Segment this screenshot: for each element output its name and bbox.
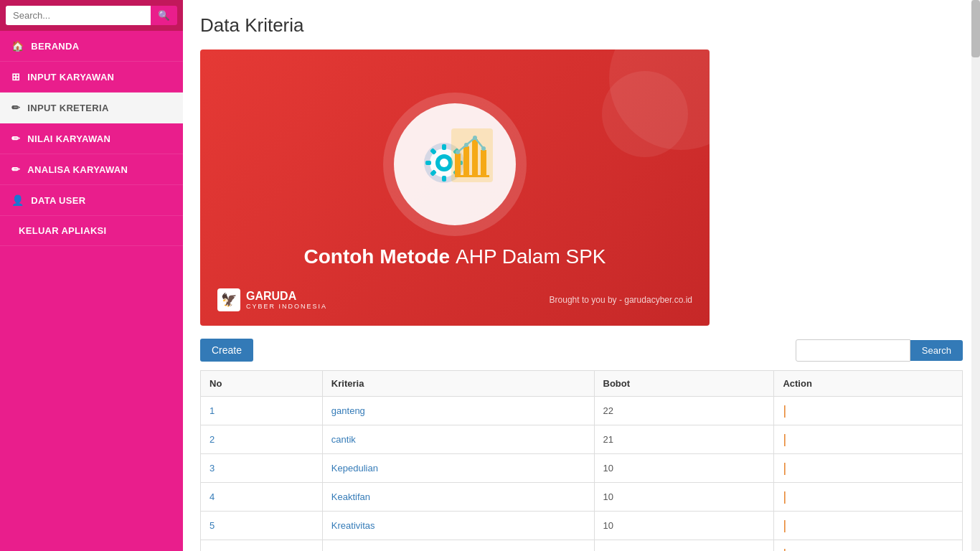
- svg-rect-4: [442, 144, 446, 150]
- svg-rect-5: [442, 176, 446, 182]
- row-no-link[interactable]: 1: [209, 405, 215, 416]
- sidebar-label-keluar: KELUAR APLIAKSI: [19, 225, 106, 236]
- table-row: 5 Kreativitas 10 |: [201, 512, 963, 540]
- svg-point-3: [440, 159, 448, 167]
- row-kriteria-link[interactable]: Keaktifan: [331, 491, 370, 502]
- row-kriteria-link[interactable]: Kepedulian: [331, 463, 378, 474]
- banner-logo-text: GARUDA CYBER INDONESIA: [246, 290, 327, 310]
- cell-bobot: 10: [594, 512, 774, 540]
- banner-icon: [415, 125, 494, 204]
- row-no-link[interactable]: 5: [209, 520, 215, 531]
- table-row: 2 cantik 21 |: [201, 425, 963, 454]
- row-kriteria-link[interactable]: cantik: [331, 434, 356, 445]
- sidebar-label-input-kreteria: INPUT KRETERIA: [27, 103, 108, 113]
- sidebar-label-data-user: DATA USER: [31, 195, 85, 206]
- action-icon[interactable]: |: [783, 518, 786, 532]
- action-icon[interactable]: |: [783, 547, 786, 551]
- sidebar-icon-data-user: 👤: [11, 194, 24, 206]
- cell-no: 4: [201, 483, 323, 512]
- banner-circle: [383, 93, 527, 236]
- main-content: Data Kriteria: [183, 0, 980, 551]
- sidebar-icon-beranda: 🏠: [11, 40, 24, 52]
- banner: Contoh Metode AHP Dalam SPK 🦅 GARUDA CYB…: [200, 50, 710, 326]
- cell-no: 5: [201, 512, 323, 540]
- table-row: 3 Kepedulian 10 |: [201, 454, 963, 483]
- cell-kriteria: Kepribadian: [322, 540, 594, 552]
- row-kriteria-link[interactable]: ganteng: [331, 405, 365, 416]
- svg-rect-6: [425, 161, 431, 165]
- action-icon[interactable]: |: [783, 432, 786, 446]
- banner-circle-inner: [394, 103, 516, 225]
- sidebar-search-container: 🔍: [0, 0, 183, 31]
- cell-bobot: 10: [594, 540, 774, 552]
- sidebar-icon-input-karyawan: ⊞: [11, 71, 20, 83]
- sidebar-icon-analisa-karyawan: ✏: [11, 164, 20, 175]
- sidebar-item-input-kreteria[interactable]: ✏INPUT KRETERIA: [0, 93, 183, 123]
- banner-logo: 🦅 GARUDA CYBER INDONESIA: [217, 288, 327, 311]
- cell-kriteria: ganteng: [322, 397, 594, 425]
- sidebar-item-beranda[interactable]: 🏠BERANDA: [0, 31, 183, 62]
- search-input[interactable]: [796, 339, 910, 362]
- sidebar-item-data-user[interactable]: 👤DATA USER: [0, 185, 183, 216]
- cell-bobot: 21: [594, 425, 774, 454]
- sidebar-search-button[interactable]: 🔍: [151, 6, 177, 25]
- row-no-link[interactable]: 4: [209, 491, 215, 502]
- cell-action: |: [774, 540, 963, 552]
- create-button[interactable]: Create: [200, 339, 253, 362]
- sidebar-label-beranda: BERANDA: [31, 41, 79, 52]
- search-area: Search: [796, 339, 963, 362]
- cell-kriteria: cantik: [322, 425, 594, 454]
- cell-bobot: 10: [594, 483, 774, 512]
- scrollbar-track[interactable]: [971, 0, 980, 551]
- col-header-no: No: [201, 371, 323, 397]
- col-header-bobot: Bobot: [594, 371, 774, 397]
- sidebar-search-input[interactable]: [6, 6, 151, 25]
- banner-text: Contoh Metode AHP Dalam SPK: [303, 245, 606, 268]
- sidebar-item-analisa-karyawan[interactable]: ✏ANALISA KARYAWAN: [0, 154, 183, 185]
- cell-kriteria: Keaktifan: [322, 483, 594, 512]
- action-icon[interactable]: |: [783, 461, 786, 475]
- toolbar: Create Search: [200, 339, 963, 362]
- cell-action: |: [774, 425, 963, 454]
- sidebar-label-nilai-karyawan: NILAI KARYAWAN: [27, 133, 110, 144]
- sidebar-item-keluar[interactable]: KELUAR APLIAKSI: [0, 216, 183, 246]
- cell-action: |: [774, 454, 963, 483]
- table-header-row: NoKriteriaBobotAction: [201, 371, 963, 397]
- table-row: 1 ganteng 22 |: [201, 397, 963, 425]
- row-no-link[interactable]: 2: [209, 434, 215, 445]
- sidebar-item-input-karyawan[interactable]: ⊞INPUT KARYAWAN: [0, 62, 183, 93]
- cell-kriteria: Kepedulian: [322, 454, 594, 483]
- cell-action: |: [774, 512, 963, 540]
- row-kriteria-link[interactable]: Kreativitas: [331, 520, 375, 531]
- table-row: 6 Kepribadian 10 |: [201, 540, 963, 552]
- cell-no: 1: [201, 397, 323, 425]
- sidebar: 🔍 🏠BERANDA⊞INPUT KARYAWAN✏INPUT KRETERIA…: [0, 0, 183, 551]
- action-icon[interactable]: |: [783, 403, 786, 418]
- row-no-link[interactable]: 3: [209, 463, 215, 474]
- banner-text-light: AHP Dalam SPK: [456, 245, 606, 268]
- banner-footer: 🦅 GARUDA CYBER INDONESIA Brought to you …: [200, 288, 710, 311]
- scrollbar-thumb[interactable]: [971, 0, 980, 57]
- cell-action: |: [774, 397, 963, 425]
- data-table: NoKriteriaBobotAction 1 ganteng 22 | 2 c…: [200, 370, 963, 551]
- search-button[interactable]: Search: [910, 340, 963, 361]
- sidebar-label-analisa-karyawan: ANALISA KARYAWAN: [27, 164, 128, 175]
- svg-rect-21: [451, 128, 493, 182]
- sidebar-icon-nilai-karyawan: ✏: [11, 133, 20, 144]
- table-body: 1 ganteng 22 | 2 cantik 21 | 3 Kepedulia…: [201, 397, 963, 552]
- cell-bobot: 22: [594, 397, 774, 425]
- sidebar-icon-input-kreteria: ✏: [11, 102, 20, 113]
- page-title: Data Kriteria: [200, 14, 963, 37]
- banner-attribution: Brought to you by - garudacyber.co.id: [550, 295, 692, 305]
- cell-bobot: 10: [594, 454, 774, 483]
- sidebar-label-input-karyawan: INPUT KARYAWAN: [27, 72, 114, 83]
- sidebar-item-nilai-karyawan[interactable]: ✏NILAI KARYAWAN: [0, 123, 183, 154]
- col-header-action: Action: [774, 371, 963, 397]
- cell-no: 6: [201, 540, 323, 552]
- action-icon[interactable]: |: [783, 489, 786, 504]
- cell-no: 2: [201, 425, 323, 454]
- cell-no: 3: [201, 454, 323, 483]
- cell-kriteria: Kreativitas: [322, 512, 594, 540]
- banner-text-bold: Contoh Metode: [303, 245, 450, 268]
- banner-deco2: [602, 71, 688, 157]
